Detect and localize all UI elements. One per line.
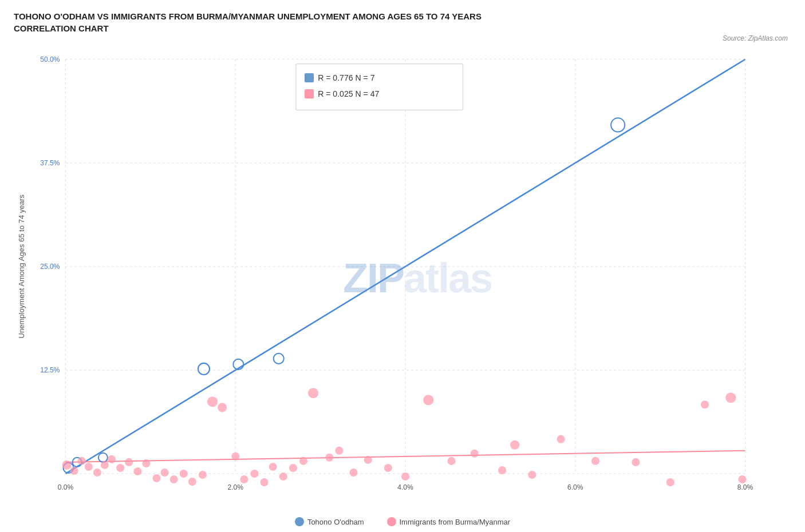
pink-point-17 (199, 471, 207, 479)
y-label-25: 25.0% (40, 263, 60, 271)
pink-point-14 (170, 475, 178, 483)
blue-point-7 (611, 118, 625, 132)
pink-point-23 (261, 478, 269, 486)
pink-point-25 (279, 473, 287, 481)
chart-container: ZIPatlas Unemployment Among Ages 65 to 7… (14, 41, 791, 515)
pink-point-37 (471, 450, 479, 458)
pink-point-27 (299, 457, 307, 465)
pink-point-45 (725, 392, 736, 403)
pink-point-2 (70, 467, 78, 475)
pink-point-31 (349, 469, 357, 477)
pink-point-11 (142, 459, 150, 467)
pink-point-6 (101, 461, 109, 469)
x-label-6: 6.0% (567, 483, 583, 491)
x-label-0: 0.0% (58, 483, 74, 491)
bottom-legend: Tohono O'odham Immigrants from Burma/Mya… (14, 517, 791, 526)
tohono-label: Tohono O'odham (307, 518, 364, 526)
pink-point-1 (62, 460, 71, 470)
pink-point-21 (240, 475, 248, 483)
pink-point-24 (269, 463, 277, 471)
pink-point-3 (78, 457, 86, 465)
pink-point-46 (738, 475, 746, 483)
pink-point-15 (180, 470, 188, 478)
pink-point-10 (133, 467, 141, 475)
pink-point-38 (498, 466, 506, 474)
pink-point-35 (423, 395, 433, 405)
burma-dot (387, 517, 396, 526)
pink-point-40 (557, 435, 565, 443)
chart-title: TOHONO O'ODHAM VS IMMIGRANTS FROM BURMA/… (14, 10, 529, 34)
pink-point-9 (125, 458, 133, 466)
pink-point-26 (289, 464, 297, 472)
legend-s2-text: R = 0.025 N = 47 (318, 89, 379, 98)
pink-point-28 (308, 388, 318, 398)
page: TOHONO O'ODHAM VS IMMIGRANTS FROM BURMA/… (0, 0, 805, 532)
legend-item-burma: Immigrants from Burma/Myanmar (387, 517, 511, 526)
y-label-375: 37.5% (40, 159, 60, 167)
y-label-125: 12.5% (40, 366, 60, 374)
pink-point-20 (231, 452, 239, 460)
legend-item-tohono: Tohono O'odham (295, 517, 364, 526)
blue-point-3 (198, 363, 210, 375)
legend-box (296, 64, 463, 110)
scatter-chart: Unemployment Among Ages 65 to 74 years 5… (14, 41, 791, 515)
x-label-4: 4.0% (397, 483, 413, 491)
y-axis-title: Unemployment Among Ages 65 to 74 years (17, 194, 26, 339)
legend-s1-text: R = 0.776 N = 7 (318, 73, 375, 82)
pink-point-34 (401, 473, 409, 481)
pink-point-22 (250, 470, 258, 478)
blue-point-6 (274, 354, 284, 364)
pink-point-43 (666, 478, 674, 486)
pink-point-36 (447, 457, 455, 465)
x-label-2: 2.0% (228, 483, 244, 491)
pink-point-4 (85, 463, 93, 471)
x-label-8: 8.0% (737, 483, 753, 491)
pink-point-33 (384, 464, 392, 472)
burma-label: Immigrants from Burma/Myanmar (400, 518, 511, 526)
legend-s2-swatch (305, 89, 314, 98)
pink-point-16 (188, 478, 196, 486)
pink-point-7 (108, 455, 116, 463)
pink-point-18 (207, 396, 218, 407)
tohono-dot (295, 517, 304, 526)
pink-point-39 (528, 471, 536, 479)
pink-point-12 (152, 474, 160, 482)
pink-point-13 (161, 469, 169, 477)
legend-s1-swatch (305, 73, 314, 82)
pink-point-47 (510, 440, 519, 450)
pink-point-8 (116, 464, 124, 472)
pink-point-30 (335, 447, 343, 455)
pink-point-41 (591, 457, 599, 465)
pink-point-44 (701, 400, 709, 408)
pink-point-5 (93, 469, 101, 477)
pink-point-19 (218, 403, 227, 412)
y-label-50: 50.0% (40, 55, 60, 63)
blue-point-5 (98, 453, 108, 462)
pink-point-42 (632, 458, 640, 466)
pink-point-32 (364, 456, 372, 464)
pink-point-29 (325, 454, 333, 462)
